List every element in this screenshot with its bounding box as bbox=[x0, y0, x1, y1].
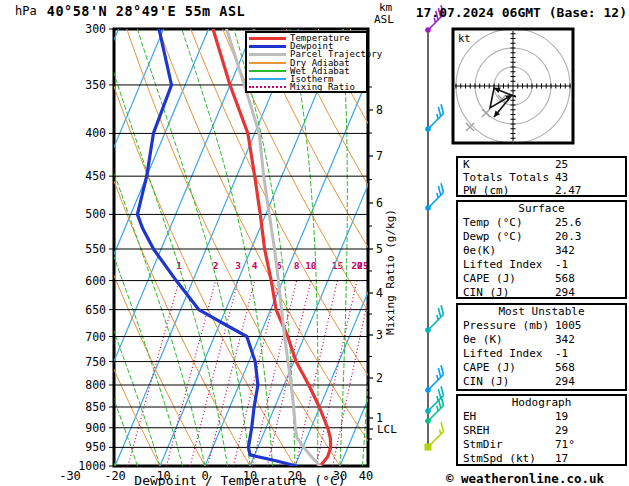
svg-text:750: 750 bbox=[85, 355, 106, 369]
hodograph-unit-label: kt bbox=[458, 32, 471, 44]
pressure-axis-unit: hPa bbox=[15, 4, 37, 18]
most-unstable-panel: Most Unstable Pressure (mb)1005 θe (K)34… bbox=[456, 303, 627, 391]
stat-row: SREH29 bbox=[458, 424, 625, 438]
stat-row: Pressure (mb)1005 bbox=[458, 319, 625, 333]
svg-text:4: 4 bbox=[376, 286, 383, 300]
legend-line-sample bbox=[249, 37, 286, 40]
svg-text:1000: 1000 bbox=[78, 459, 106, 473]
stat-row: θe(K)342 bbox=[458, 244, 625, 258]
skewt-sounding-page: 1234681015202530035040045050055060065070… bbox=[0, 0, 629, 486]
chart-legend: TemperatureDewpointParcel TrajectoryDry … bbox=[245, 31, 368, 93]
svg-text:800: 800 bbox=[85, 378, 106, 392]
svg-text:450: 450 bbox=[85, 169, 106, 183]
stat-row: PW (cm)2.47 bbox=[458, 184, 625, 197]
svg-text:3: 3 bbox=[376, 328, 383, 342]
stat-row: θe (K)342 bbox=[458, 333, 625, 347]
svg-text:850: 850 bbox=[85, 400, 106, 414]
svg-text:600: 600 bbox=[85, 274, 106, 288]
station-title: 40°58'N 28°49'E 55m ASL bbox=[38, 3, 254, 19]
copyright: © weatheronline.co.uk bbox=[446, 471, 604, 486]
svg-text:3: 3 bbox=[235, 260, 241, 271]
stat-row: Lifted Index-1 bbox=[458, 258, 625, 272]
wet-adiabats bbox=[0, 29, 487, 466]
svg-text:7: 7 bbox=[376, 149, 383, 163]
temp-axis-labels: -30-20-10010203040Dewpoint / Temperature… bbox=[59, 469, 373, 486]
indices-summary-panel: K25 Totals Totals43 PW (cm)2.47 bbox=[456, 156, 627, 197]
stat-row: Temp (°C)25.6 bbox=[458, 216, 625, 230]
svg-text:8: 8 bbox=[294, 260, 300, 271]
altitude-unit-asl: ASL bbox=[374, 14, 394, 26]
legend-line-sample bbox=[249, 70, 286, 72]
svg-text:15: 15 bbox=[332, 260, 344, 271]
svg-text:6: 6 bbox=[376, 196, 383, 210]
svg-text:900: 900 bbox=[85, 421, 106, 435]
legend-line-sample bbox=[249, 78, 286, 80]
wind-barb-column bbox=[425, 5, 444, 450]
svg-text:650: 650 bbox=[85, 303, 106, 317]
svg-text:-20: -20 bbox=[104, 469, 126, 483]
pressure-axis-labels: 3003504004505005506006507007508008509009… bbox=[78, 22, 114, 473]
stat-row: Totals Totals43 bbox=[458, 171, 625, 184]
svg-text:550: 550 bbox=[85, 242, 106, 256]
stat-row: Lifted Index-1 bbox=[458, 347, 625, 361]
legend-line-sample bbox=[249, 86, 286, 88]
km-axis: 87654321LCLMixing Ratio (g/kg) bbox=[368, 87, 397, 439]
legend-label: Mixing Ratio bbox=[290, 83, 355, 91]
surface-panel: Surface Temp (°C)25.6 Dewp (°C)20.3 θe(K… bbox=[456, 200, 627, 299]
stat-row: Dewp (°C)20.3 bbox=[458, 230, 625, 244]
svg-text:400: 400 bbox=[85, 126, 106, 140]
svg-text:2: 2 bbox=[376, 371, 383, 385]
svg-text:300: 300 bbox=[85, 22, 106, 36]
most-unstable-title: Most Unstable bbox=[458, 305, 625, 319]
legend-line-sample bbox=[249, 62, 286, 64]
legend-line-sample bbox=[249, 53, 286, 56]
legend-line-sample bbox=[249, 45, 286, 48]
svg-text:950: 950 bbox=[85, 440, 106, 454]
run-datetime: 17.07.2024 06GMT (Base: 12) bbox=[416, 5, 627, 20]
svg-text:-30: -30 bbox=[59, 469, 81, 483]
stat-row: CIN (J)294 bbox=[458, 286, 625, 300]
svg-text:8: 8 bbox=[376, 103, 383, 117]
surface-panel-title: Surface bbox=[458, 202, 625, 216]
parcel-trajectory-curve bbox=[227, 29, 321, 466]
svg-text:40: 40 bbox=[359, 469, 373, 483]
altitude-axis-unit: km ASL bbox=[374, 2, 394, 26]
hodograph: kt bbox=[453, 29, 573, 143]
stat-row: EH19 bbox=[458, 410, 625, 424]
stat-row: CAPE (J)568 bbox=[458, 272, 625, 286]
svg-text:5: 5 bbox=[376, 242, 383, 256]
svg-text:700: 700 bbox=[85, 330, 106, 344]
svg-text:500: 500 bbox=[85, 207, 106, 221]
lcl-label: LCL bbox=[377, 423, 397, 436]
legend-item: Mixing Ratio bbox=[249, 83, 366, 91]
mixing-ratio-axis-title: Mixing Ratio (g/kg) bbox=[384, 209, 397, 335]
wind-barb bbox=[425, 422, 444, 450]
hodograph-stats-panel: Hodograph EH19 SREH29 StmDir71° StmSpd (… bbox=[456, 394, 627, 466]
temperature-curve bbox=[213, 29, 331, 466]
hodograph-stats-title: Hodograph bbox=[458, 396, 625, 410]
stat-row: K25 bbox=[458, 158, 625, 171]
stat-row: StmSpd (kt)17 bbox=[458, 452, 625, 466]
stat-row: CIN (J)294 bbox=[458, 375, 625, 389]
svg-text:4: 4 bbox=[252, 260, 258, 271]
svg-text:350: 350 bbox=[85, 78, 106, 92]
x-axis-title: Dewpoint / Temperature (°C) bbox=[134, 473, 345, 486]
stat-row: StmDir71° bbox=[458, 438, 625, 452]
stat-row: CAPE (J)568 bbox=[458, 361, 625, 375]
